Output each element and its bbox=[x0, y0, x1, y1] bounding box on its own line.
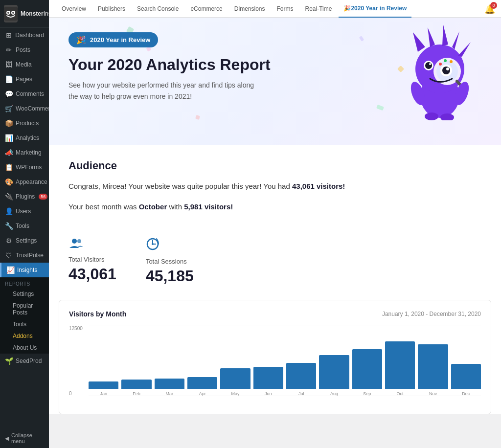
submenu-about-us[interactable]: About Us bbox=[0, 342, 49, 354]
sidebar-item-dashboard[interactable]: ⊞ Dashboard bbox=[0, 28, 49, 43]
tab-search-console[interactable]: Search Console bbox=[132, 0, 183, 18]
notification-area: 🔔 0 bbox=[484, 4, 495, 15]
posts-icon: ✏ bbox=[5, 46, 13, 54]
sidebar-logo: MonsterInsights bbox=[0, 0, 49, 28]
sessions-value: 45,185 bbox=[146, 267, 194, 285]
logo-icon bbox=[4, 5, 18, 22]
visitors-label: Total Visitors bbox=[68, 256, 116, 263]
hero-subtitle: See how your website performed this year… bbox=[68, 80, 254, 102]
sidebar-nav: ⊞ Dashboard ✏ Posts 🖼 Media 📄 Pages 💬 Co… bbox=[0, 28, 49, 428]
tab-ecommerce[interactable]: eCommerce bbox=[185, 0, 227, 18]
tab-dimensions[interactable]: Dimensions bbox=[229, 0, 270, 18]
plugins-icon: 🔌 bbox=[5, 193, 13, 201]
party-icon: 🎉 bbox=[76, 35, 86, 45]
media-icon: 🖼 bbox=[5, 61, 13, 68]
svg-point-26 bbox=[425, 112, 438, 120]
tab-forms[interactable]: Forms bbox=[272, 0, 298, 18]
sidebar-item-appearance[interactable]: 🎨 Appearance bbox=[0, 175, 49, 189]
chart-y-max: 12500 bbox=[69, 326, 83, 331]
chart-section: Visitors by Month January 1, 2020 - Dece… bbox=[59, 300, 491, 414]
submenu-section-label: Reports bbox=[0, 277, 49, 288]
sidebar-item-plugins[interactable]: 🔌 Plugins 56 bbox=[0, 189, 49, 204]
woocommerce-icon: 🛒 bbox=[5, 105, 13, 112]
sidebar-item-trustpulse[interactable]: 🛡 TrustPulse bbox=[0, 248, 49, 263]
chart-bar-may: May bbox=[220, 336, 250, 396]
sidebar-item-analytics[interactable]: 📊 Analytics bbox=[0, 131, 49, 145]
chart-bar-jul: Jul bbox=[286, 336, 316, 396]
chart-y-min: 0 bbox=[69, 391, 72, 396]
stat-total-visitors: Total Visitors 43,061 bbox=[68, 237, 116, 283]
sidebar-item-posts[interactable]: ✏ Posts bbox=[0, 43, 49, 57]
chart-header: Visitors by Month January 1, 2020 - Dece… bbox=[69, 310, 481, 318]
submenu-settings[interactable]: Settings bbox=[0, 288, 49, 300]
hero-badge: 🎉 2020 Year in Review bbox=[68, 32, 158, 47]
year-review-container: 🎉 2020 Year in Review Your 2020 Analytic… bbox=[49, 18, 501, 414]
chart-grid-top bbox=[89, 326, 481, 326]
chart-bars: JanFebMarAprMayJunJulAugSepOctNovDec bbox=[89, 336, 481, 404]
sidebar-item-insights[interactable]: 📈 Insights bbox=[0, 263, 49, 277]
marketing-icon: 📣 bbox=[5, 149, 13, 157]
sidebar-item-wpforms[interactable]: 📋 WPForms bbox=[0, 160, 49, 175]
wpforms-icon: 📋 bbox=[5, 163, 13, 171]
submenu-addons[interactable]: Addons bbox=[0, 330, 49, 342]
stat-total-sessions: Total Sessions 45,185 bbox=[146, 237, 194, 285]
users-icon: 👤 bbox=[5, 207, 13, 215]
sidebar-item-pages[interactable]: 📄 Pages bbox=[0, 72, 49, 87]
sidebar: MonsterInsights ⊞ Dashboard ✏ Posts 🖼 Me… bbox=[0, 0, 49, 448]
chart-area: 12500 0 JanFebMarAprMayJunJulAugSepOctNo… bbox=[69, 326, 481, 404]
insights-icon: 📈 bbox=[6, 266, 14, 274]
submenu-popular-posts[interactable]: Popular Posts bbox=[0, 300, 49, 318]
tab-overview[interactable]: Overview bbox=[57, 0, 91, 18]
sidebar-item-users[interactable]: 👤 Users bbox=[0, 204, 49, 219]
content-area: 🎉 2020 Year in Review Your 2020 Analytic… bbox=[49, 18, 501, 448]
tools-icon: 🔧 bbox=[5, 222, 13, 230]
notification-badge: 0 bbox=[490, 2, 497, 9]
svg-point-3 bbox=[7, 12, 9, 14]
audience-section: Audience Congrats, Mircea! Your website … bbox=[49, 145, 501, 227]
tab-publishers[interactable]: Publishers bbox=[93, 0, 130, 18]
confetti-4 bbox=[376, 105, 384, 111]
svg-point-4 bbox=[12, 12, 14, 14]
visitors-icon bbox=[68, 237, 116, 252]
sidebar-item-products[interactable]: 📦 Products bbox=[0, 116, 49, 131]
main-content: 🔔 0 Overview Publishers Search Console e… bbox=[49, 0, 501, 448]
products-icon: 📦 bbox=[5, 119, 13, 127]
chart-bar-jun: Jun bbox=[253, 336, 283, 396]
svg-rect-0 bbox=[4, 7, 18, 21]
trustpulse-icon: 🛡 bbox=[5, 251, 13, 259]
settings-icon: ⚙ bbox=[5, 237, 13, 245]
dashboard-icon: ⊞ bbox=[5, 31, 12, 39]
sidebar-item-media[interactable]: 🖼 Media bbox=[0, 57, 49, 72]
chart-title: Visitors by Month bbox=[69, 310, 126, 318]
chart-bar-aug: Aug bbox=[319, 336, 349, 396]
audience-paragraph-2: Your best month was October with 5,981 v… bbox=[68, 201, 481, 213]
top-navigation: Overview Publishers Search Console eComm… bbox=[49, 0, 501, 18]
tab-year-review[interactable]: 🎉 2020 Year in Review bbox=[339, 0, 411, 18]
chart-bar-dec: Dec bbox=[451, 336, 481, 396]
confetti-6 bbox=[195, 115, 200, 120]
chart-bar-sep: Sep bbox=[352, 336, 382, 396]
pages-icon: 📄 bbox=[5, 75, 13, 83]
submenu-tools[interactable]: Tools bbox=[0, 318, 49, 330]
chart-bar-apr: Apr bbox=[187, 336, 217, 396]
sidebar-submenu: Reports Settings Popular Posts Tools Add… bbox=[0, 277, 49, 354]
hero-section: 🎉 2020 Year in Review Your 2020 Analytic… bbox=[49, 18, 501, 145]
chart-grid-bottom bbox=[89, 396, 481, 396]
chart-bar-jan: Jan bbox=[89, 336, 118, 396]
sidebar-item-tools[interactable]: 🔧 Tools bbox=[0, 219, 49, 233]
sidebar-item-comments[interactable]: 💬 Comments bbox=[0, 87, 49, 101]
notification-bell[interactable]: 🔔 0 bbox=[484, 4, 495, 15]
svg-point-31 bbox=[152, 243, 154, 245]
chart-bar-oct: Oct bbox=[385, 336, 415, 396]
chart-bar-feb: Feb bbox=[121, 336, 151, 396]
collapse-icon: ◀ bbox=[5, 435, 9, 442]
tab-real-time[interactable]: Real-Time bbox=[300, 0, 337, 18]
chart-date-range: January 1, 2020 - December 31, 2020 bbox=[382, 311, 481, 317]
comments-icon: 💬 bbox=[5, 90, 13, 98]
collapse-menu-button[interactable]: ◀ Collapse menu bbox=[0, 428, 49, 448]
sidebar-item-seedprod[interactable]: 🌱 SeedProd bbox=[0, 354, 49, 368]
sidebar-item-marketing[interactable]: 📣 Marketing bbox=[0, 145, 49, 160]
sidebar-item-woocommerce[interactable]: 🛒 WooCommerce bbox=[0, 101, 49, 116]
sidebar-item-settings[interactable]: ⚙ Settings bbox=[0, 233, 49, 248]
plugins-badge: 56 bbox=[39, 194, 47, 200]
